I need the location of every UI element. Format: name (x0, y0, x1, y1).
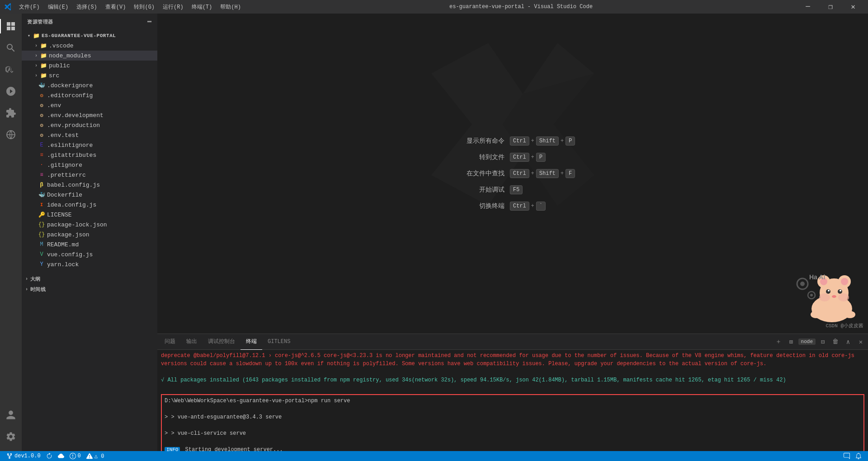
activity-settings[interactable] (0, 426, 22, 447)
status-branch[interactable]: dev1.0.0 (4, 451, 43, 461)
new-terminal-button[interactable]: ＋ (773, 336, 784, 347)
status-notifications[interactable] (853, 451, 864, 461)
babel-config-file-item[interactable]: β babel.config.js (22, 180, 157, 190)
terminal-collapse-button[interactable]: ∧ (843, 336, 854, 347)
error-count: 0 (78, 453, 81, 459)
license-icon: 🔑 (38, 211, 45, 218)
gitattributes-label: .gitattributes (47, 152, 96, 159)
public-folder-label: public (49, 62, 70, 69)
status-sync[interactable] (43, 451, 55, 461)
babel-icon: β (38, 181, 45, 188)
node-badge: node (798, 339, 816, 345)
prettierrc-file-item[interactable]: ≡ .prettierrc (22, 170, 157, 180)
feedback-icon (844, 453, 850, 459)
package-json-item[interactable]: {} package.json (22, 230, 157, 240)
gitattributes-file-item[interactable]: ≡ .gitattributes (22, 150, 157, 160)
menu-terminal[interactable]: 终端(T) (188, 2, 216, 12)
src-folder-item[interactable]: › 📁 src (22, 71, 157, 80)
split-terminal-button[interactable]: ⊞ (786, 336, 797, 347)
dockerfile-label: Dockerfile (47, 192, 82, 198)
dockerignore-file-item[interactable]: 🐳 .dockerignore (22, 80, 157, 90)
gitignore-file-item[interactable]: · .gitignore (22, 160, 157, 170)
activity-bar-bottom (0, 404, 22, 451)
minimize-button[interactable]: ─ (797, 0, 818, 14)
yarn-lock-item[interactable]: Y yarn.lock (22, 259, 157, 269)
vue-config-item[interactable]: V vue.config.js (22, 249, 157, 259)
serve-line1: > > vue-antd-esguarantee@3.4.3 serve (165, 413, 861, 421)
window-title: es-guarantee-vue-portal - Visual Studio … (449, 4, 593, 10)
shortcut-start-debug: 开始调试 F5 (450, 185, 575, 194)
terminal-tabs-bar: 问题 输出 调试控制台 终端 GITLENS ＋ ⊞ node ⊟ 🗑 ∧ ✕ (157, 334, 868, 350)
env-file-item[interactable]: ⚙ .env (22, 100, 157, 110)
svg-point-10 (841, 278, 848, 285)
tab-debug-console[interactable]: 调试控制台 (203, 334, 241, 350)
status-feedback[interactable] (841, 451, 853, 461)
close-button[interactable]: ✕ (843, 0, 863, 14)
ctrl-key-4: Ctrl (510, 202, 529, 211)
sidebar-header: 资源管理器 ⋯ (22, 14, 157, 30)
outline-section-header[interactable]: › 大纲 (22, 274, 157, 284)
f5-key: F5 (510, 185, 523, 194)
menu-goto[interactable]: 转到(G) (130, 2, 158, 12)
idea-config-item[interactable]: I idea.config.js (22, 200, 157, 210)
env-test-file-item[interactable]: ⚙ .env.test (22, 130, 157, 140)
find-in-files-label: 在文件中查找 (450, 169, 505, 178)
activity-source-control[interactable] (0, 59, 22, 80)
shortcut-toggle-terminal: 切换终端 Ctrl + ` (450, 202, 575, 211)
sync-icon (46, 453, 52, 459)
editorconfig-label: .editorconfig (47, 92, 93, 99)
terminal-layout-button[interactable]: ⊟ (817, 336, 828, 347)
vscode-folder-item[interactable]: › 📁 .vscode (22, 41, 157, 51)
prettierrc-icon: ≡ (38, 171, 45, 179)
node-modules-folder-icon: 📁 (40, 52, 47, 59)
env-test-label: .env.test (47, 132, 79, 139)
menu-select[interactable]: 选择(S) (73, 2, 101, 12)
editor-area: 显示所有命令 Ctrl + Shift + P 转到文件 Ctrl + P (157, 14, 868, 451)
eslintignore-file-item[interactable]: E .eslintignore (22, 140, 157, 150)
menu-run[interactable]: 运行(R) (159, 2, 187, 12)
menu-edit[interactable]: 编辑(E) (44, 2, 72, 12)
tab-terminal[interactable]: 终端 (241, 334, 262, 350)
root-folder-item[interactable]: ▾ 📁 ES-GUARANTEE-VUE-PORTAL (22, 31, 157, 41)
menu-view[interactable]: 查看(V) (102, 2, 130, 12)
plus-2: + (561, 138, 564, 144)
activity-account[interactable] (0, 404, 22, 426)
terminal-trash-button[interactable]: 🗑 (830, 336, 841, 347)
env-prod-icon: ⚙ (38, 122, 45, 129)
sidebar-more-button[interactable]: ⋯ (147, 17, 152, 26)
svg-point-16 (819, 293, 830, 301)
package-lock-icon: {} (38, 221, 45, 228)
activity-explorer[interactable] (0, 15, 22, 37)
env-dev-file-item[interactable]: ⚙ .env.development (22, 110, 157, 120)
status-errors[interactable]: 0 (67, 451, 84, 461)
activity-search[interactable] (0, 37, 22, 59)
package-lock-item[interactable]: {} package-lock.json (22, 220, 157, 230)
tab-output[interactable]: 输出 (181, 334, 203, 350)
activity-extensions[interactable] (0, 102, 22, 124)
readme-item[interactable]: M README.md (22, 240, 157, 249)
vue-config-label: vue.config.js (47, 251, 93, 258)
node-modules-arrow-icon: › (33, 52, 40, 59)
menu-file[interactable]: 文件(F) (15, 2, 43, 12)
tab-problems[interactable]: 问题 (159, 334, 181, 350)
timeline-section-header[interactable]: › 时间线 (22, 284, 157, 295)
status-cloud[interactable] (55, 451, 67, 461)
tab-gitlens[interactable]: GITLENS (262, 334, 296, 350)
all-commands-label: 显示所有命令 (450, 137, 505, 145)
activity-run-debug[interactable] (0, 80, 22, 102)
terminal-content[interactable]: deprecate @babel/polyfill@7.12.1 › core-… (157, 350, 868, 451)
license-item[interactable]: 🔑 LICENSE (22, 210, 157, 220)
menu-help[interactable]: 帮助(H) (217, 2, 245, 12)
node-modules-folder-item[interactable]: › 📁 node_modules (22, 51, 157, 61)
vscode-logo-icon (5, 3, 12, 10)
terminal-close-button[interactable]: ✕ (855, 336, 866, 347)
maximize-button[interactable]: ❐ (820, 0, 841, 14)
dockerfile-item[interactable]: 🐳 Dockerfile (22, 190, 157, 200)
activity-remote[interactable] (0, 124, 22, 146)
public-folder-item[interactable]: › 📁 public (22, 61, 157, 71)
warning-count: △ 0 (94, 453, 104, 460)
path-cmd-line: D:\Web\WebWorkSpace\es-guarantee-vue-por… (165, 397, 861, 405)
status-warnings[interactable]: △ 0 (84, 451, 107, 461)
env-prod-file-item[interactable]: ⚙ .env.production (22, 120, 157, 130)
editorconfig-file-item[interactable]: ⚙ .editorconfig (22, 90, 157, 100)
